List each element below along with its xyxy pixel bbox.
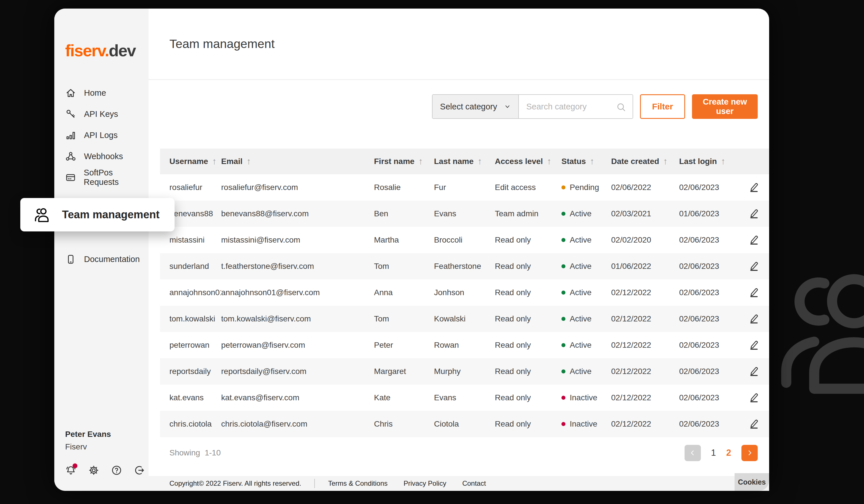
- cell-last-name: Murphy: [434, 367, 495, 376]
- column-header-last-name[interactable]: Last name↑: [434, 156, 495, 167]
- table-row: peterrowanpeterrowan@fiserv.comPeterRowa…: [160, 332, 769, 358]
- edit-row-button[interactable]: [748, 419, 759, 429]
- footer-link-contact[interactable]: Contact: [462, 479, 486, 488]
- cell-last-login: 01/06/2023: [679, 209, 726, 218]
- create-new-user-button[interactable]: Create new user: [692, 94, 758, 119]
- cell-email: reportsdaily@fiserv.com: [221, 367, 374, 376]
- edit-row-button[interactable]: [748, 261, 759, 272]
- help-button[interactable]: [111, 465, 122, 476]
- status-dot-icon: [562, 422, 565, 426]
- cell-last-name: Kowalski: [434, 314, 495, 323]
- sidebar-item-label: API Logs: [84, 131, 118, 140]
- cookies-button[interactable]: Cookies: [734, 473, 769, 491]
- sidebar-item-team-management-active[interactable]: Team management: [20, 198, 175, 231]
- sidebar: fiserv.dev Home API Keys API Logs Webh: [54, 9, 148, 491]
- cell-first-name: Chris: [374, 419, 434, 429]
- cell-status: Active: [562, 340, 611, 350]
- edit-row-button[interactable]: [748, 287, 759, 298]
- bar-chart-icon: [65, 130, 76, 141]
- copyright-text: Copyright© 2022 Fiserv. All rights reser…: [169, 479, 301, 488]
- tablet-icon: [65, 254, 76, 265]
- column-header-first-name[interactable]: First name↑: [374, 156, 434, 167]
- category-select[interactable]: Select category: [433, 95, 519, 118]
- logout-icon: [134, 465, 145, 476]
- cell-date-created: 02/12/2022: [611, 419, 679, 429]
- search-input[interactable]: [519, 95, 633, 118]
- sidebar-item-api-keys[interactable]: API Keys: [54, 104, 148, 124]
- cell-status: Active: [562, 262, 611, 271]
- pencil-icon: [748, 208, 759, 219]
- edit-row-button[interactable]: [748, 313, 759, 324]
- sort-ascending-icon: ↑: [663, 156, 668, 167]
- cell-status: Pending: [562, 183, 611, 192]
- edit-row-button[interactable]: [748, 208, 759, 219]
- previous-page-button[interactable]: [685, 445, 701, 461]
- cell-access-level: Read only: [495, 236, 562, 244]
- settings-button[interactable]: [88, 465, 99, 476]
- cell-first-name: Margaret: [374, 367, 434, 376]
- cell-actions: [726, 208, 769, 219]
- cell-status: Active: [562, 236, 611, 244]
- question-circle-icon: [111, 465, 122, 476]
- sidebar-item-api-logs[interactable]: API Logs: [54, 124, 148, 146]
- filter-button[interactable]: Filter: [640, 94, 685, 119]
- edit-row-button[interactable]: [748, 235, 759, 245]
- footer-link-terms[interactable]: Terms & Conditions: [328, 479, 387, 488]
- sidebar-item-documentation[interactable]: Documentation: [54, 249, 148, 270]
- table-row: benevans88benevans88@fiserv.comBenEvansT…: [160, 201, 769, 227]
- footer: Copyright© 2022 Fiserv. All rights reser…: [148, 476, 769, 491]
- column-header-date-created[interactable]: Date created↑: [611, 156, 679, 167]
- chevron-left-icon: [689, 449, 696, 457]
- cell-status: Active: [562, 209, 611, 218]
- edit-row-button[interactable]: [748, 182, 759, 193]
- home-icon: [65, 87, 76, 99]
- page-header: Team management: [148, 9, 769, 80]
- column-header-username[interactable]: Username↑: [160, 156, 221, 167]
- pencil-icon: [748, 261, 759, 272]
- category-filter-group: Select category: [432, 94, 633, 119]
- edit-row-button[interactable]: [748, 392, 759, 403]
- page-number-1[interactable]: 1: [711, 448, 716, 458]
- cell-last-login: 02/06/2023: [679, 393, 726, 402]
- status-dot-icon: [562, 343, 565, 347]
- sidebar-item-webhooks[interactable]: Webhooks: [54, 146, 148, 167]
- pencil-icon: [748, 366, 759, 377]
- sort-ascending-icon: ↑: [590, 156, 595, 167]
- cell-email: rosaliefur@fiserv.com: [221, 183, 374, 192]
- footer-link-privacy[interactable]: Privacy Policy: [404, 479, 446, 488]
- chevron-right-icon: [746, 449, 754, 457]
- sort-ascending-icon: ↑: [212, 156, 217, 167]
- cell-username: chris.ciotola: [160, 419, 221, 429]
- cell-last-name: Featherstone: [434, 262, 495, 271]
- edit-row-button[interactable]: [748, 366, 759, 377]
- logout-button[interactable]: [134, 465, 145, 476]
- footer-divider: [314, 479, 315, 488]
- column-header-status[interactable]: Status↑: [562, 156, 611, 167]
- fiserv-dev-logo[interactable]: fiserv.dev: [54, 42, 148, 59]
- sidebar-item-softpos-requests[interactable]: SoftPos Requests: [54, 167, 148, 188]
- next-page-button[interactable]: [741, 445, 758, 461]
- cell-status: Inactive: [562, 419, 611, 429]
- main-content: Team management Select category Filter C…: [148, 9, 769, 491]
- sort-ascending-icon: ↑: [247, 156, 251, 167]
- sort-ascending-icon: ↑: [419, 156, 423, 167]
- credit-card-icon: [65, 172, 76, 183]
- status-dot-icon: [562, 317, 565, 321]
- user-name: Peter Evans: [65, 430, 148, 439]
- column-header-access-level[interactable]: Access level↑: [495, 156, 562, 167]
- cell-last-login: 02/06/2023: [679, 340, 726, 350]
- notifications-button[interactable]: [65, 465, 76, 476]
- edit-row-button[interactable]: [748, 340, 759, 350]
- column-header-last-login[interactable]: Last login↑: [679, 156, 726, 167]
- users-table: Username↑ Email↑ First name↑ Last name↑ …: [160, 148, 769, 437]
- search-field-wrap: [519, 95, 633, 118]
- cell-first-name: Ben: [374, 209, 434, 218]
- pencil-icon: [748, 182, 759, 193]
- sidebar-item-home[interactable]: Home: [54, 82, 148, 104]
- page-number-2[interactable]: 2: [726, 448, 731, 458]
- column-header-email[interactable]: Email↑: [221, 156, 374, 167]
- cell-username: tom.kowalski: [160, 314, 221, 323]
- status-dot-icon: [562, 264, 565, 268]
- cell-actions: [726, 392, 769, 403]
- cell-date-created: 02/12/2022: [611, 393, 679, 402]
